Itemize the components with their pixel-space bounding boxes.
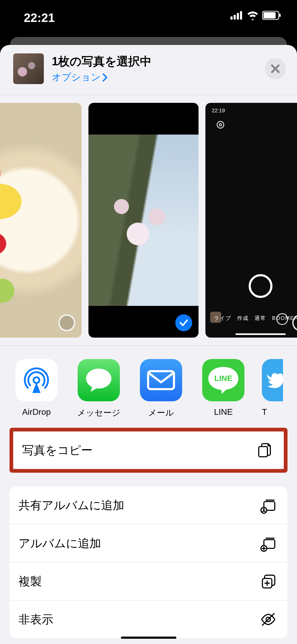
options-button[interactable]: オプション: [52, 71, 257, 84]
share-sheet: 1枚の写真を選択中 オプション 22:19: [0, 45, 297, 644]
action-hide[interactable]: 非表示: [10, 600, 287, 638]
svg-point-16: [263, 508, 265, 510]
app-line[interactable]: LINE LINE: [200, 359, 247, 419]
app-label: LINE: [200, 407, 247, 417]
action-duplicate[interactable]: 複製: [10, 562, 287, 600]
selection-indicator-checked[interactable]: [175, 314, 192, 331]
mode-indicator-icon: [276, 313, 288, 325]
cellular-icon: [230, 11, 243, 20]
copy-icon: [256, 441, 273, 459]
app-label: メール: [137, 407, 185, 419]
options-label: オプション: [52, 71, 101, 84]
close-icon: [270, 64, 280, 74]
mail-icon: [140, 359, 182, 401]
photo-thumbnail[interactable]: [88, 103, 199, 338]
home-indicator-icon: [235, 333, 286, 335]
hide-icon: [260, 611, 277, 628]
app-messages[interactable]: メッセージ: [75, 359, 122, 419]
gear-icon: [216, 120, 225, 129]
svg-rect-11: [148, 371, 174, 389]
svg-point-9: [34, 377, 39, 383]
screenshot-time: 22:19: [212, 108, 225, 114]
photo-thumbnail[interactable]: 22:19 ライブ 作成 通常 BOOMERAN: [205, 103, 297, 338]
action-label: 写真をコピー: [22, 443, 93, 458]
svg-rect-5: [263, 12, 276, 19]
svg-rect-1: [234, 15, 236, 20]
twitter-icon: [262, 359, 283, 401]
share-title: 1枚の写真を選択中: [52, 54, 257, 69]
svg-rect-0: [230, 16, 233, 20]
svg-rect-3: [240, 11, 242, 20]
action-label: 複製: [18, 574, 42, 589]
photo-thumbnail[interactable]: [0, 103, 82, 338]
header-thumbnail: [13, 53, 44, 84]
check-icon: [179, 318, 189, 328]
action-group: 共有アルバムに追加 アルバムに追加 複製 非表示: [10, 486, 287, 638]
app-mail[interactable]: メール: [137, 359, 185, 419]
line-icon: LINE: [202, 359, 244, 401]
airdrop-icon: [15, 359, 58, 401]
status-bar: 22:21: [0, 0, 297, 35]
svg-text:LINE: LINE: [214, 374, 232, 383]
battery-icon: [262, 11, 281, 20]
svg-point-10: [86, 369, 111, 389]
share-actions: 写真をコピー 共有アルバムに追加 アルバムに追加 複製 非表示: [0, 428, 297, 638]
add-album-icon: [260, 535, 277, 552]
header-text: 1枚の写真を選択中 オプション: [52, 54, 257, 84]
svg-point-8: [219, 124, 222, 126]
app-label: メッセージ: [75, 407, 122, 419]
action-add-album[interactable]: アルバムに追加: [10, 524, 287, 562]
status-time: 22:21: [24, 11, 55, 25]
svg-rect-13: [259, 447, 267, 457]
action-copy-photo[interactable]: 写真をコピー: [13, 431, 284, 469]
app-label: AirDrop: [13, 407, 60, 417]
app-airdrop[interactable]: AirDrop: [13, 359, 60, 419]
selection-indicator-unchecked[interactable]: [58, 314, 75, 331]
duplicate-icon: [260, 573, 277, 590]
photo-picker-strip[interactable]: 22:19 ライブ 作成 通常 BOOMERAN: [0, 95, 297, 346]
action-label: 非表示: [18, 612, 53, 627]
shared-album-icon: [260, 496, 277, 514]
shutter-icon: [249, 274, 272, 298]
highlighted-action-frame: 写真をコピー: [10, 428, 287, 473]
action-add-shared-album[interactable]: 共有アルバムに追加: [10, 486, 287, 524]
status-indicators: [230, 11, 281, 20]
close-button[interactable]: [265, 58, 286, 79]
chevron-right-icon: [102, 73, 108, 81]
svg-rect-6: [279, 14, 281, 17]
messages-icon: [78, 359, 120, 401]
share-apps-row[interactable]: AirDrop メッセージ メール LINE LINE T: [0, 346, 297, 428]
share-header: 1枚の写真を選択中 オプション: [0, 45, 297, 95]
app-label: T: [262, 407, 286, 417]
action-label: 共有アルバムに追加: [18, 498, 124, 513]
wifi-icon: [246, 11, 259, 20]
action-label: アルバムに追加: [18, 536, 101, 551]
svg-rect-2: [237, 13, 239, 20]
app-twitter[interactable]: T: [262, 359, 286, 419]
svg-point-7: [217, 121, 224, 128]
home-indicator[interactable]: [121, 637, 176, 639]
